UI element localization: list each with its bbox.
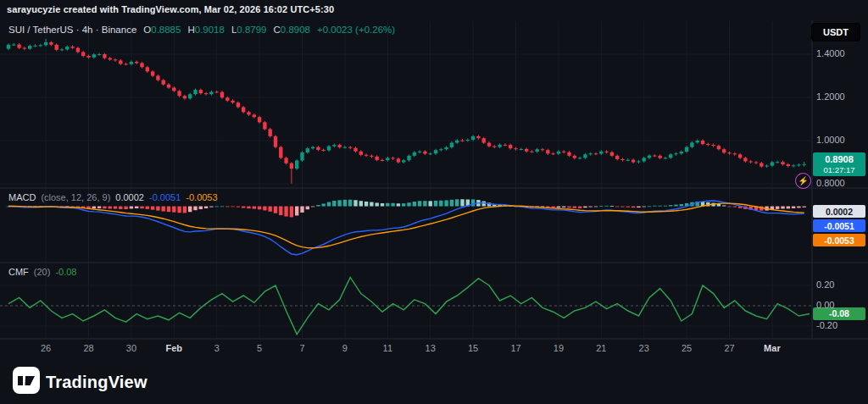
cmf-value: -0.08 [55,267,76,277]
price-axis-label: 0.8000 [816,178,845,188]
time-axis-label: 7 [299,343,304,353]
macd-line-value: -0.0051 [149,192,181,202]
symbol-title[interactable]: SUI / TetherUS · 4h · Binance [8,25,136,35]
flash-icon[interactable]: ⚡ [795,173,811,189]
ohlc-high-label: H [187,25,194,35]
cmf-legend: CMF (20) -0.08 [8,267,76,277]
last-price-badge: 0.8908 01:27:17 [813,152,865,176]
tradingview-snapshot: sarayucyzie created with TradingView.com… [0,0,868,404]
price-axis-label: 1.2000 [816,91,845,102]
ohlc-high: H0.9018 [187,25,225,35]
tradingview-logo-icon[interactable] [12,366,41,395]
tradingview-wordmark[interactable]: TradingView [46,373,147,392]
grid-layer [0,21,812,338]
time-axis-label: Mar [764,343,781,353]
macd-params: (close, 12, 26, 9) [41,192,110,202]
cmf-axis-label: 0.20 [816,279,834,290]
ohlc-close-label: C [274,25,281,35]
time-axis-label: 27 [724,343,734,353]
ohlc-low-value: 0.8799 [236,25,266,35]
time-axis-label: 26 [41,343,51,353]
price-axis-label: 1.0000 [816,135,845,145]
time-axis-label: 19 [554,343,564,353]
cmf-params: (20) [34,267,51,277]
symbol-legend: SUI / TetherUS · 4h · Binance O0.8885 H0… [8,25,395,35]
ohlc-open-value: 0.8885 [151,25,181,35]
macd-title[interactable]: MACD [8,192,36,202]
ohlc-close: C0.8908 [274,25,311,35]
time-axis-label: 11 [383,343,392,353]
attribution-bar: sarayucyzie created with TradingView.com… [7,4,334,14]
time-axis-label: Feb [166,343,183,353]
time-axis-label: 9 [342,343,348,353]
time-axis-label: 25 [682,343,692,353]
time-axis-label: 17 [510,343,520,353]
time-axis-label: 30 [126,343,136,353]
time-axis-label: 28 [83,343,93,353]
time-axis-label: 15 [468,343,478,353]
price-axis-label: 1.4000 [816,48,845,58]
bar-countdown: 01:27:17 [824,165,855,174]
cmf-axis-label: -0.20 [816,320,837,330]
time-axis-label: 13 [426,343,436,353]
time-axis-label: 21 [596,343,606,353]
ohlc-low: L0.8799 [231,25,267,35]
ohlc-close-value: 0.8908 [281,25,310,35]
ohlc-open-label: O [143,25,151,35]
macd-legend: MACD (close, 12, 26, 9) 0.0002 -0.0051 -… [8,192,218,202]
time-axis-label: 23 [639,343,649,353]
last-price: 0.8908 [825,154,854,165]
flash-glyph: ⚡ [798,177,808,185]
ohlc-open: O0.8885 [143,25,181,35]
separators-layer [0,20,868,339]
ohlc-high-value: 0.9018 [195,25,225,35]
macd-value-badge: -0.0053 [813,234,865,246]
time-axis-label: 3 [214,343,220,353]
macd-signal-value: -0.0053 [186,192,217,202]
time-axis-label: 5 [257,343,262,353]
candles-layer [7,39,806,184]
macd-value-badge: 0.0002 [813,205,865,218]
macd-value-badge: -0.0051 [813,219,865,232]
currency-toggle-button[interactable]: USDT [811,23,860,42]
cmf-title[interactable]: CMF [8,267,29,277]
change-value: +0.0023 (+0.26%) [317,25,395,35]
macd-layer [7,199,806,255]
cmf-axis-label: 0.00 [816,300,834,310]
macd-hist-value: 0.0002 [115,192,144,202]
